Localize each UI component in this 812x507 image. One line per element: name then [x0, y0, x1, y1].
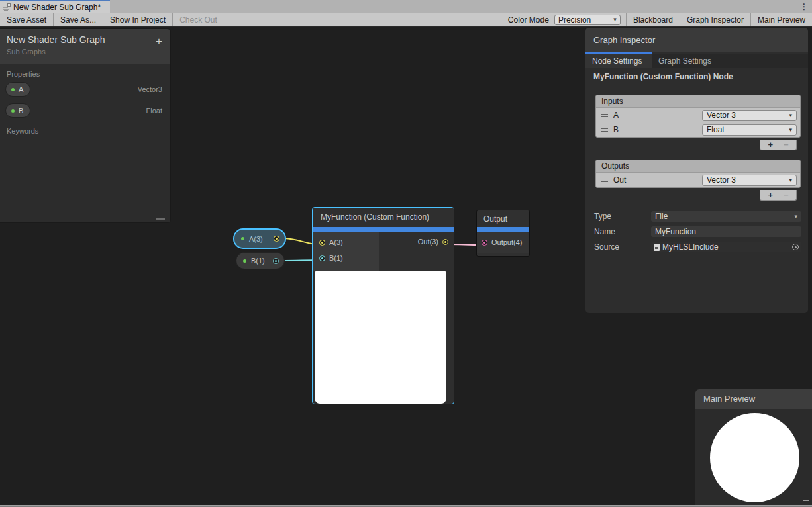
outputs-list-header: Outputs	[596, 160, 800, 173]
chevron-down-icon: ▾	[789, 177, 792, 183]
object-picker-icon[interactable]	[792, 244, 799, 250]
preview-sphere	[710, 413, 799, 502]
input-row[interactable]: B Float ▾	[596, 122, 800, 137]
port-label: B(1)	[329, 254, 343, 262]
save-as-button[interactable]: Save As...	[54, 13, 103, 26]
main-preview-panel: Main Preview	[695, 389, 812, 505]
node-title[interactable]: Output	[477, 210, 529, 227]
name-label: Name	[594, 227, 615, 236]
node-title[interactable]: MyFunction (Custom Function)	[313, 208, 454, 227]
blackboard-toggle-button[interactable]: Blackboard	[626, 13, 680, 26]
node-port-area: A(3) B(1) Out(3)	[313, 232, 454, 271]
input-name: B	[613, 125, 619, 134]
type-dropdown[interactable]: File ▾	[651, 211, 801, 222]
blackboard-subtitle: Sub Graphs	[7, 48, 164, 56]
toolbar-right-group: Color Mode Precision ▾ Blackboard Graph …	[503, 13, 812, 26]
remove-output-button: −	[784, 190, 789, 200]
drag-handle-icon[interactable]	[601, 114, 608, 117]
output-port-vector3-icon[interactable]	[442, 239, 448, 245]
property-node-b[interactable]: B(1)	[236, 252, 285, 269]
chevron-down-icon: ▾	[789, 113, 792, 118]
toolbar: Save Asset Save As... Show In Project Ch…	[0, 13, 812, 27]
drag-handle-icon[interactable]	[601, 179, 608, 182]
shader-graph-window: New Shader Sub Graph* ⋮ Save Asset Save …	[0, 0, 812, 507]
add-input-button[interactable]: +	[768, 140, 773, 150]
graph-inspector-panel: Graph Inspector Node Settings Graph Sett…	[585, 28, 808, 313]
source-label: Source	[594, 242, 619, 252]
chevron-down-icon: ▾	[613, 17, 617, 23]
input-name: A	[613, 111, 619, 120]
output-port-vector3-icon[interactable]	[274, 236, 279, 242]
port-label: A(3)	[329, 238, 343, 246]
input-port-float-icon[interactable]	[319, 255, 325, 261]
blackboard-panel: New Shader Sub Graph Sub Graphs + Proper…	[0, 28, 171, 223]
chevron-down-icon: ▾	[794, 214, 797, 220]
input-row[interactable]: A Vector 3 ▾	[596, 108, 800, 122]
input-type-dropdown[interactable]: Float ▾	[702, 124, 797, 136]
property-row[interactable]: B Float	[0, 101, 170, 120]
outputs-list-footer: + −	[760, 190, 797, 201]
graph-inspector-toggle-button[interactable]: Graph Inspector	[680, 13, 751, 26]
input-port-row[interactable]: B(1)	[319, 254, 343, 262]
exposed-dot-icon	[11, 109, 15, 113]
inspector-title[interactable]: Graph Inspector	[585, 28, 808, 52]
inspector-tabs: Node Settings Graph Settings	[585, 54, 808, 68]
save-asset-button[interactable]: Save Asset	[0, 13, 54, 26]
output-port-float-icon[interactable]	[273, 258, 279, 264]
input-port-vector3-icon[interactable]	[319, 240, 325, 246]
blackboard-title: New Shader Sub Graph	[7, 34, 164, 45]
tab-node-settings[interactable]: Node Settings	[585, 54, 652, 68]
properties-section-label: Properties	[0, 64, 170, 78]
graph-canvas[interactable]: New Shader Sub Graph Sub Graphs + Proper…	[0, 27, 812, 505]
source-value: MyHLSLInclude	[662, 242, 719, 252]
main-preview-title[interactable]: Main Preview	[695, 389, 812, 409]
node-accent-strip	[477, 227, 529, 232]
property-row[interactable]: A Vector3	[0, 79, 170, 99]
inputs-list-footer: + −	[760, 140, 797, 150]
add-output-button[interactable]: +	[768, 190, 773, 200]
custom-function-node[interactable]: MyFunction (Custom Function) A(3) B(1) O…	[312, 207, 454, 404]
node-accent-strip	[313, 227, 454, 232]
show-in-project-button[interactable]: Show In Project	[103, 13, 173, 26]
property-type: Float	[146, 107, 162, 115]
main-preview-toggle-button[interactable]: Main Preview	[751, 13, 812, 26]
output-row[interactable]: Out Vector 3 ▾	[596, 173, 800, 187]
exposed-dot-icon	[243, 259, 246, 263]
blackboard-header: New Shader Sub Graph Sub Graphs +	[0, 29, 170, 64]
type-label: Type	[594, 212, 611, 221]
keywords-section-label: Keywords	[0, 120, 170, 135]
input-port-row[interactable]: A(3)	[319, 238, 343, 246]
name-input[interactable]: MyFunction	[651, 226, 801, 237]
property-node-label: A(3)	[249, 235, 263, 243]
node-input-column	[313, 232, 379, 271]
output-port-row[interactable]: Output(4)	[477, 232, 529, 253]
output-type-dropdown[interactable]: Vector 3 ▾	[702, 175, 797, 186]
drag-handle-icon[interactable]	[601, 128, 608, 132]
blackboard-resize-handle[interactable]	[156, 218, 165, 220]
subgraph-asset-icon	[3, 3, 11, 11]
property-node-a[interactable]: A(3)	[233, 228, 286, 249]
color-mode-label: Color Mode	[503, 15, 554, 24]
source-object-field[interactable]: MyHLSLInclude	[651, 242, 801, 252]
property-name: B	[19, 107, 23, 115]
exposed-dot-icon	[241, 237, 244, 240]
tab-title: New Shader Sub Graph*	[13, 3, 101, 12]
inputs-list-header: Inputs	[596, 95, 800, 108]
input-port-vector4-icon[interactable]	[482, 240, 487, 246]
tab-graph-settings[interactable]: Graph Settings	[652, 54, 718, 68]
add-property-button[interactable]: +	[156, 36, 162, 47]
property-name: A	[19, 85, 23, 93]
property-pill-a[interactable]: A	[5, 82, 30, 97]
property-pill-b[interactable]: B	[5, 103, 30, 118]
output-node[interactable]: Output Output(4)	[476, 210, 530, 257]
inputs-list: Inputs A Vector 3 ▾ B Float ▾	[595, 95, 801, 138]
asset-tab[interactable]: New Shader Sub Graph*	[0, 0, 110, 13]
preview-resize-handle[interactable]	[803, 500, 809, 501]
color-mode-dropdown[interactable]: Precision ▾	[554, 15, 621, 25]
outputs-list: Outputs Out Vector 3 ▾	[595, 160, 801, 188]
file-icon	[654, 244, 660, 251]
output-name: Out	[613, 175, 626, 185]
input-type-dropdown[interactable]: Vector 3 ▾	[702, 110, 797, 121]
output-port-row[interactable]: Out(3)	[418, 238, 448, 246]
kebab-menu-icon[interactable]: ⋮	[796, 0, 812, 13]
